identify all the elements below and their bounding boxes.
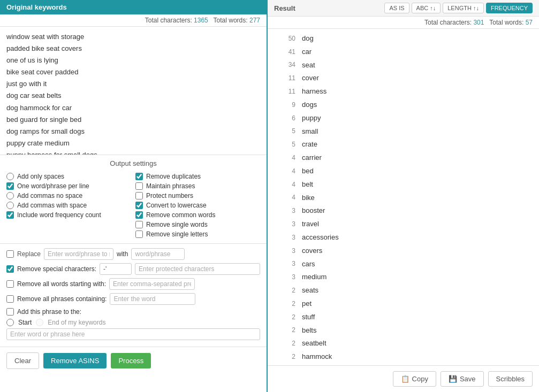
result-list: 50dog41car34seat11cover11harness9dogs6pu… <box>268 29 539 365</box>
start-label[interactable]: Start <box>18 319 32 326</box>
left-panel: Original keywords Total characters: 1365… <box>0 0 268 392</box>
result-item: 2belts <box>274 324 533 337</box>
commas-no-space-radio[interactable] <box>6 192 14 199</box>
phrase-input[interactable] <box>6 328 260 340</box>
replace-checkbox[interactable] <box>6 250 14 258</box>
keyword-line-6: dog car seat belts <box>6 90 260 102</box>
result-item: 3cars <box>274 258 533 271</box>
settings-grid: Add only spaces One word/phrase per line… <box>6 172 260 239</box>
result-count: 5 <box>274 140 295 150</box>
commas-space-label[interactable]: Add commas with space <box>17 202 87 209</box>
right-panel: Result AS IS ABC ↑↓ LENGTH ↑↓ FREQUENCY … <box>268 0 539 392</box>
special-chars-input[interactable] <box>100 263 132 275</box>
start-radio[interactable] <box>6 319 14 326</box>
replace-label[interactable]: Replace <box>17 250 41 258</box>
result-word: covers <box>302 245 322 257</box>
right-words-label: Total words: <box>489 19 523 26</box>
keyword-line-4: bike seat cover padded <box>6 66 260 78</box>
copy-button[interactable]: 📋 Copy <box>393 371 436 387</box>
process-button[interactable]: Process <box>111 353 151 368</box>
result-item: 3accessories <box>274 231 533 244</box>
result-word: car <box>302 47 312 58</box>
remove-phrases-input[interactable] <box>110 293 195 305</box>
protected-chars-input[interactable] <box>135 263 260 275</box>
replace-input[interactable] <box>44 248 113 260</box>
lowercase-label[interactable]: Convert to lowercase <box>146 202 207 209</box>
remove-single-words-label[interactable]: Remove single words <box>146 221 208 228</box>
result-count: 3 <box>274 219 295 229</box>
settings-left-col: Add only spaces One word/phrase per line… <box>6 172 131 239</box>
setting-remove-single-letters: Remove single letters <box>135 229 260 239</box>
right-words-value: 57 <box>526 19 533 26</box>
remove-phrases-checkbox[interactable] <box>6 295 14 303</box>
result-count: 2 <box>274 352 295 362</box>
frequency-label[interactable]: Include word frequency count <box>17 211 101 219</box>
setting-remove-dup: Remove duplicates <box>135 172 260 181</box>
sort-buttons: AS IS ABC ↑↓ LENGTH ↑↓ FREQUENCY <box>384 3 533 13</box>
result-item: 3travel <box>274 218 533 231</box>
keyword-line-5: just go with it <box>6 78 260 90</box>
one-word-label[interactable]: One word/phrase per line <box>17 182 89 190</box>
remove-starting-checkbox[interactable] <box>6 280 14 288</box>
commas-space-radio[interactable] <box>6 202 14 209</box>
special-chars-label[interactable]: Remove special characters: <box>17 265 96 273</box>
add-phrase-row: Add this phrase to the: <box>6 308 260 316</box>
one-word-checkbox[interactable] <box>6 182 14 190</box>
commas-no-space-label[interactable]: Add commas no space <box>17 192 82 199</box>
result-word: seatbelt <box>302 338 327 349</box>
remove-phrases-label[interactable]: Remove all phrases containing: <box>17 295 107 303</box>
maintain-label[interactable]: Maintain phrases <box>146 182 195 190</box>
sort-as-is[interactable]: AS IS <box>384 3 409 13</box>
special-chars-checkbox[interactable] <box>6 265 14 273</box>
save-button[interactable]: 💾 Save <box>441 371 484 387</box>
with-input[interactable] <box>131 248 185 260</box>
remove-single-letters-label[interactable]: Remove single letters <box>146 230 208 238</box>
result-word: bike <box>302 193 315 204</box>
keyword-area[interactable]: window seat with storage padded bike sea… <box>0 27 267 155</box>
remove-starting-input[interactable] <box>109 278 195 290</box>
remove-dup-label[interactable]: Remove duplicates <box>146 173 201 180</box>
result-item: 9dogs <box>274 98 533 112</box>
result-word: crate <box>302 139 317 150</box>
result-item: 5crate <box>274 138 533 151</box>
phrase-input-row <box>6 328 260 340</box>
add-phrase-label[interactable]: Add this phrase to the: <box>17 308 81 316</box>
result-count: 9 <box>274 100 295 110</box>
maintain-checkbox[interactable] <box>135 182 143 190</box>
result-count: 3 <box>274 206 295 216</box>
result-word: booster <box>302 205 325 217</box>
keyword-line-8: bed guard for single bed <box>6 114 260 126</box>
remove-single-words-checkbox[interactable] <box>135 221 143 228</box>
sort-abc[interactable]: ABC ↑↓ <box>412 3 441 13</box>
add-spaces-radio[interactable] <box>6 173 14 180</box>
lowercase-checkbox[interactable] <box>135 202 143 209</box>
result-count: 41 <box>274 47 295 57</box>
clear-button[interactable]: Clear <box>6 352 39 369</box>
add-phrase-checkbox[interactable] <box>6 308 14 316</box>
setting-one-word: One word/phrase per line <box>6 181 131 191</box>
setting-add-spaces: Add only spaces <box>6 172 131 181</box>
end-label[interactable]: End of my keywords <box>48 319 105 326</box>
sort-frequency[interactable]: FREQUENCY <box>486 3 533 13</box>
remove-starting-label[interactable]: Remove all words starting with: <box>17 280 106 288</box>
remove-common-label[interactable]: Remove common words <box>146 211 215 219</box>
end-radio[interactable] <box>36 319 43 326</box>
keyword-line-1: window seat with storage <box>6 31 260 43</box>
sort-length[interactable]: LENGTH ↑↓ <box>443 3 484 13</box>
remove-single-letters-checkbox[interactable] <box>135 230 143 238</box>
protect-numbers-checkbox[interactable] <box>135 192 143 199</box>
result-word: hammock <box>302 351 332 363</box>
remove-asins-button[interactable]: Remove ASINS <box>43 353 107 368</box>
remove-dup-checkbox[interactable] <box>135 173 143 180</box>
right-header-title: Result <box>274 4 295 12</box>
add-spaces-label[interactable]: Add only spaces <box>17 173 64 180</box>
scribbles-button[interactable]: Scribbles <box>488 371 533 387</box>
words-label: Total words: <box>214 17 248 24</box>
result-word: dog <box>302 33 314 44</box>
remove-common-checkbox[interactable] <box>135 211 143 219</box>
protect-numbers-label[interactable]: Protect numbers <box>146 192 193 199</box>
frequency-checkbox[interactable] <box>6 211 14 219</box>
result-item: 34seat <box>274 59 533 72</box>
output-settings-title: Output settings <box>6 159 260 167</box>
result-count: 4 <box>274 166 295 176</box>
